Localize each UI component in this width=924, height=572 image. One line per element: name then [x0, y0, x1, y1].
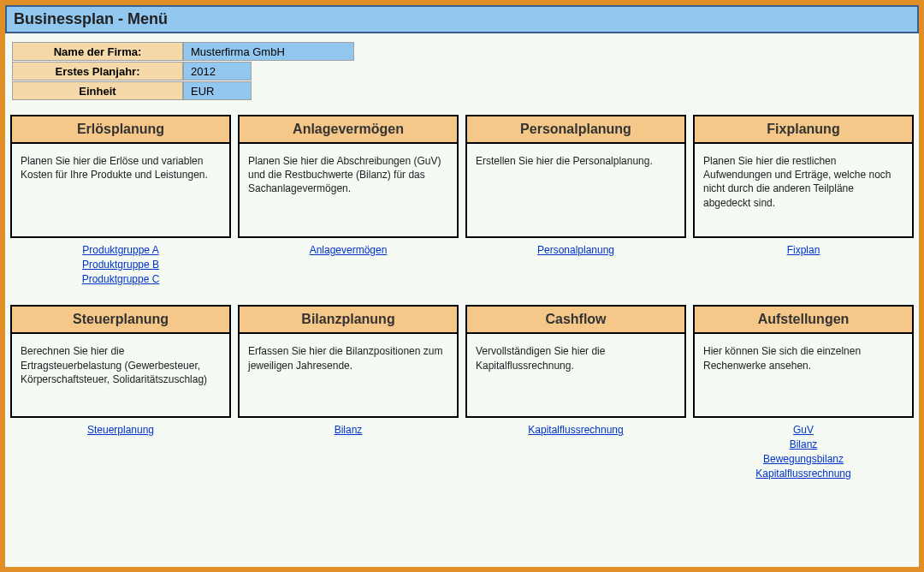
link-guv[interactable]: GuV: [696, 423, 910, 438]
meta-value-unit[interactable]: EUR: [183, 81, 252, 100]
card-links: Steuerplanung: [10, 418, 231, 478]
spacer: [5, 291, 919, 300]
link-produktgruppe-c[interactable]: Produktgruppe C: [14, 272, 228, 287]
card-header: Steuerplanung: [12, 307, 229, 334]
card-desc: Vervollständigen Sie hier die Kapitalflu…: [467, 334, 684, 416]
card-links: Produktgruppe A Produktgruppe B Produktg…: [10, 238, 231, 291]
meta-section: Name der Firma: Musterfirma GmbH Erstes …: [5, 33, 919, 110]
meta-label-unit: Einheit: [12, 81, 183, 100]
link-produktgruppe-b[interactable]: Produktgruppe B: [14, 258, 228, 272]
card-header: Personalplanung: [467, 116, 684, 144]
meta-label-year: Erstes Planjahr:: [12, 62, 183, 80]
card-header: Aufstellungen: [695, 307, 912, 334]
card-links: GuV Bilanz Bewegungsbilanz Kapitalflussr…: [693, 418, 914, 482]
card-desc: Erfassen Sie hier die Bilanzpositionen z…: [240, 334, 457, 416]
card-fixplanung: Fixplanung Planen Sie hier die restliche…: [690, 115, 917, 291]
link-bilanz[interactable]: Bilanz: [241, 423, 455, 438]
meta-row-year: Erstes Planjahr: 2012: [5, 62, 919, 80]
card-personalplanung: Personalplanung Erstellen Sie hier die P…: [462, 115, 690, 291]
card-desc: Erstellen Sie hier die Personalplanung.: [467, 144, 684, 236]
page-title: Businessplan - Menü: [5, 5, 919, 33]
meta-value-name[interactable]: Musterfirma GmbH: [183, 42, 354, 61]
card-links: Personalplanung: [465, 238, 686, 284]
link-kapitalflussrechnung[interactable]: Kapitalflussrechnung: [469, 423, 683, 438]
card-aufstellungen: Aufstellungen Hier können Sie sich die e…: [690, 305, 917, 482]
card-links: Fixplan: [693, 238, 914, 284]
link-bewegungsbilanz[interactable]: Bewegungsbilanz: [696, 452, 910, 467]
link-produktgruppe-a[interactable]: Produktgruppe A: [14, 243, 228, 258]
card-bilanzplanung: Bilanzplanung Erfassen Sie hier die Bila…: [234, 305, 462, 482]
card-header: Erlösplanung: [12, 116, 229, 144]
link-kapitalflussrechnung-2[interactable]: Kapitalflussrechnung: [696, 467, 910, 481]
link-bilanz-2[interactable]: Bilanz: [696, 438, 910, 452]
link-steuerplanung[interactable]: Steuerplanung: [14, 423, 228, 438]
card-links: Anlagevermögen: [238, 238, 459, 284]
card-erloesplanung: Erlösplanung Planen Sie hier die Erlöse …: [7, 115, 234, 291]
card-links: Kapitalflussrechnung: [465, 418, 686, 478]
card-steuerplanung: Steuerplanung Berechnen Sie hier die Ert…: [7, 305, 234, 482]
meta-value-year[interactable]: 2012: [183, 62, 252, 80]
card-desc: Planen Sie hier die Abschreibungen (GuV)…: [240, 144, 457, 236]
link-anlagevermoegen[interactable]: Anlagevermögen: [241, 243, 455, 258]
card-desc: Berechnen Sie hier die Ertragsteuerbelas…: [12, 334, 229, 416]
cards-row-2: Steuerplanung Berechnen Sie hier die Ert…: [5, 305, 919, 482]
card-header: Fixplanung: [695, 116, 912, 144]
meta-row-unit: Einheit EUR: [5, 81, 919, 100]
card-header: Bilanzplanung: [240, 307, 457, 334]
card-cashflow: Cashflow Vervollständigen Sie hier die K…: [462, 305, 690, 482]
meta-label-name: Name der Firma:: [12, 42, 183, 61]
card-desc: Planen Sie hier die restlichen Aufwendun…: [695, 144, 912, 236]
cards-row-1: Erlösplanung Planen Sie hier die Erlöse …: [5, 115, 919, 291]
link-fixplan[interactable]: Fixplan: [696, 243, 910, 258]
link-personalplanung[interactable]: Personalplanung: [469, 243, 683, 258]
page: Businessplan - Menü Name der Firma: Must…: [0, 0, 924, 572]
card-header: Anlagevermögen: [240, 116, 457, 144]
card-anlagevermoegen: Anlagevermögen Planen Sie hier die Absch…: [234, 115, 462, 291]
card-desc: Hier können Sie sich die einzelnen Reche…: [695, 334, 912, 416]
card-desc: Planen Sie hier die Erlöse und variablen…: [12, 144, 229, 236]
card-links: Bilanz: [238, 418, 459, 478]
meta-row-name: Name der Firma: Musterfirma GmbH: [5, 42, 919, 61]
card-header: Cashflow: [467, 307, 684, 334]
